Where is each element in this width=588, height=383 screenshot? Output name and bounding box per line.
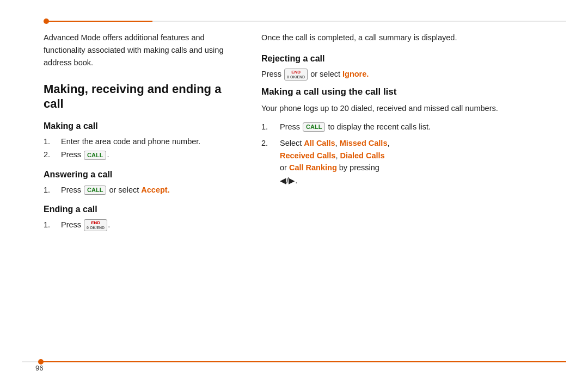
call-list-body: Your phone logs up to 20 dialed, receive… xyxy=(261,102,555,115)
end-button-icon: END0 OK/END xyxy=(84,219,107,231)
list-item: 2. Press CALL. xyxy=(44,149,229,160)
end-button-icon: END0 OK/END xyxy=(284,69,308,81)
answering-a-call-list: 1. Press CALL or select Accept. xyxy=(44,184,229,196)
making-a-call-heading: Making a call xyxy=(44,121,229,131)
call-list-heading: Making a call using the call list xyxy=(261,86,555,98)
ending-a-call-list: 1. Press END0 OK/END. xyxy=(44,219,229,231)
ending-a-call-heading: Ending a call xyxy=(44,205,229,214)
list-item: 1. Enter the area code and phone number. xyxy=(44,135,229,147)
page-container: 96 Advanced Mode offers additional featu… xyxy=(0,0,588,383)
page-number: 96 xyxy=(35,364,43,372)
list-item: 1. Press CALL to display the recent call… xyxy=(261,121,555,133)
call-button-icon: CALL xyxy=(84,151,106,160)
all-calls-label: All Calls xyxy=(304,139,335,147)
right-column: Once the call is completed, a call summa… xyxy=(261,32,555,350)
list-item: 1. Press CALL or select Accept. xyxy=(44,184,229,196)
ignore-label: Ignore. xyxy=(342,70,369,78)
call-ranking-label: Call Ranking xyxy=(289,163,337,172)
list-item: 1. Press END0 OK/END. xyxy=(44,219,229,231)
section-heading: Making, receiving and ending a call xyxy=(44,82,229,112)
intro-paragraph: Advanced Mode offers additional features… xyxy=(44,32,229,70)
top-decorative-line xyxy=(44,21,566,22)
bottom-decorative-line xyxy=(22,361,566,362)
making-a-call-list: 1. Enter the area code and phone number.… xyxy=(44,135,229,161)
accept-label: Accept. xyxy=(141,186,169,194)
rejecting-a-call-text: Press END0 OK/END or select Ignore. xyxy=(261,68,555,81)
answering-a-call-heading: Answering a call xyxy=(44,170,229,180)
call-summary-text: Once the call is completed, a call summa… xyxy=(261,32,555,44)
call-button-icon: CALL xyxy=(303,122,325,132)
call-button-icon: CALL xyxy=(84,186,106,195)
list-item: 2. Select All Calls, Missed Calls, Recei… xyxy=(261,137,555,187)
received-calls-label: Received Calls xyxy=(280,151,335,160)
rejecting-a-call-heading: Rejecting a call xyxy=(261,54,555,64)
missed-calls-label: Missed Calls xyxy=(340,139,388,147)
dialed-calls-label: Dialed Calls xyxy=(340,151,384,160)
nav-arrows-icon: ◀/▶. xyxy=(280,176,297,185)
content-area: Advanced Mode offers additional features… xyxy=(44,32,555,350)
call-list-steps: 1. Press CALL to display the recent call… xyxy=(261,121,555,187)
left-column: Advanced Mode offers additional features… xyxy=(44,32,229,350)
